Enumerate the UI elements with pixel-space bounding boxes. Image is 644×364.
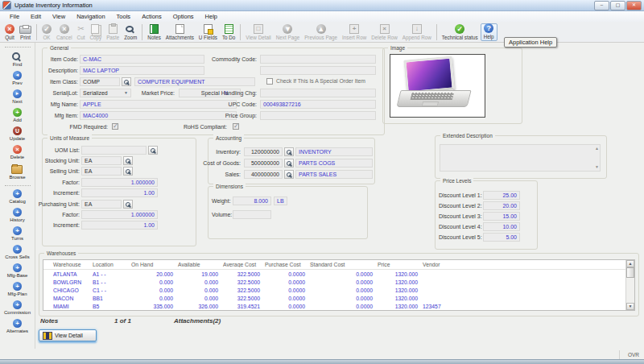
toolbar-button-print[interactable]: Print <box>17 23 34 41</box>
item-class-description-field[interactable]: COMPUTER EQUIPMENT <box>134 77 255 86</box>
scroll-down-icon[interactable]: ▼ <box>626 303 634 310</box>
toolbar-button-to-do[interactable]: To Do <box>220 23 237 41</box>
inventory-account-lookup-button[interactable] <box>284 147 294 156</box>
selling-unit-lookup-button[interactable] <box>123 167 133 176</box>
commodity-code-2-field[interactable] <box>260 66 376 75</box>
rohs-compliant-checkbox[interactable] <box>233 123 239 130</box>
warehouse-row-miami[interactable]: MIAMI B5 335.000 326.000 319.4521 0.0000… <box>43 302 634 310</box>
warehouse-row-macon[interactable]: MACON BB1 0.000 0.000 322.5000 0.0000 0.… <box>43 294 634 302</box>
stocking-unit-field[interactable]: EA <box>81 156 122 165</box>
menu-item-options[interactable]: Options <box>167 13 200 20</box>
toolbar-button-next-page[interactable]: ▼ Next Page <box>274 23 302 41</box>
scroll-down-icon[interactable]: ▼ <box>595 165 599 169</box>
sidebar-item-add[interactable]: + Add <box>13 108 22 122</box>
selling-increment-field[interactable]: 1.00 <box>81 188 158 197</box>
toolbar-button-copy[interactable]: Copy <box>87 23 104 41</box>
notes-indicator[interactable]: Notes <box>40 317 58 325</box>
inventory-account-field[interactable]: 120000000 <box>244 147 283 156</box>
inventory-account-desc-field[interactable]: INVENTORY <box>295 147 373 156</box>
sidebar-item-find[interactable]: Find <box>12 51 23 67</box>
menu-item-navigation[interactable]: Navigation <box>71 13 110 20</box>
view-detail-button[interactable]: View Detail <box>39 329 97 341</box>
warehouse-row-atlanta[interactable]: ATLANTA A1 - - 20.000 19.000 322.5000 0.… <box>43 270 634 278</box>
sales-account-desc-field[interactable]: PARTS SALES <box>295 170 373 179</box>
toolbar-button-paste[interactable]: Paste <box>104 23 122 41</box>
toolbar-button-ok[interactable]: ✓ OK <box>39 23 54 41</box>
sales-account-lookup-button[interactable] <box>284 170 294 179</box>
discount-level-4-field[interactable]: 10.00 <box>483 222 520 231</box>
commodity-code-field[interactable] <box>260 55 376 64</box>
toolbar-button-delete-row[interactable]: × Delete Row <box>369 23 400 41</box>
sidebar-item-next[interactable]: ► Next <box>12 89 22 104</box>
sidebar-item-prev[interactable]: ◄ Prev <box>12 71 22 85</box>
sidebar-item-catalog[interactable]: + Catalog <box>9 189 26 204</box>
discount-level-3-field[interactable]: 15.00 <box>483 212 520 221</box>
toolbar-button-attachments[interactable]: Attachments <box>163 23 196 41</box>
scroll-up-icon[interactable]: ▲ <box>626 260 634 267</box>
stocking-unit-lookup-button[interactable] <box>123 156 133 165</box>
weight-field[interactable]: 8.000 <box>233 196 271 205</box>
column-header[interactable]: Location <box>90 262 129 267</box>
toolbar-button-quit[interactable]: × Quit <box>2 23 17 41</box>
toolbar-button-technical-status[interactable]: ✓ Technical status <box>440 23 481 41</box>
warehouse-row-bowlgrn[interactable]: BOWLGRN B1 - - 0.000 0.000 322.5000 0.00… <box>43 278 634 286</box>
maximize-button[interactable]: ▢ <box>610 1 625 10</box>
sidebar-item-browse[interactable]: Browse <box>9 163 25 180</box>
column-header[interactable]: Price <box>375 262 420 267</box>
scrollbar-thumb[interactable] <box>626 267 634 278</box>
column-header[interactable]: On Hand <box>129 262 175 267</box>
discount-level-5-field[interactable]: 5.00 <box>483 233 520 242</box>
column-header[interactable]: Available <box>175 262 221 267</box>
sidebar-item-history[interactable]: + History <box>10 208 25 222</box>
discount-level-2-field[interactable]: 20.00 <box>483 201 520 210</box>
description-field[interactable]: MAC LAPTOP <box>80 66 204 75</box>
menu-item-view[interactable]: View <box>47 13 71 20</box>
toolbar-button-previous-page[interactable]: ▲ Previous Page <box>302 23 340 41</box>
selling-factor-field[interactable]: 1.000000 <box>81 178 158 187</box>
weight-uom-field[interactable]: LB <box>274 196 287 205</box>
toolbar-button-insert-row[interactable]: + Insert Row <box>340 23 369 41</box>
menu-item-edit[interactable]: Edit <box>25 13 47 20</box>
attachments-indicator[interactable]: Attachments(2) <box>174 317 221 325</box>
close-button[interactable]: ✕ <box>626 1 642 10</box>
sidebar-item-alternates[interactable]: + Alternates <box>6 319 28 333</box>
uom-list-field[interactable] <box>81 146 147 155</box>
volume-field[interactable] <box>233 210 271 219</box>
cogs-account-lookup-button[interactable] <box>284 159 294 168</box>
price-group-field[interactable] <box>260 111 376 120</box>
purchasing-unit-lookup-button[interactable] <box>123 200 133 209</box>
item-class-field[interactable]: COMP <box>80 77 120 86</box>
menu-item-actions[interactable]: Actions <box>136 13 167 20</box>
fmd-required-checkbox[interactable] <box>112 123 118 130</box>
purchasing-increment-field[interactable]: 1.00 <box>81 221 158 230</box>
minimize-button[interactable]: – <box>594 1 609 10</box>
toolbar-button-help[interactable]: ? Help <box>481 23 497 41</box>
purchasing-factor-field[interactable]: 1.000000 <box>81 210 158 219</box>
special-order-checkbox[interactable] <box>266 78 273 85</box>
table-scrollbar[interactable]: ▲ ▼ <box>625 260 634 310</box>
sidebar-item-mfg-base[interactable]: + Mfg-Base <box>7 263 28 278</box>
toolbar-button-notes[interactable]: Notes <box>145 23 163 41</box>
column-header[interactable]: Purchase Cost <box>262 262 308 267</box>
special-handling-field[interactable] <box>260 89 376 97</box>
cogs-account-desc-field[interactable]: PARTS COGS <box>295 159 373 168</box>
purchasing-unit-field[interactable]: EA <box>81 200 122 209</box>
column-header[interactable]: Average Cost <box>221 262 262 267</box>
toolbar-button-view-detail[interactable]: □ View Detail <box>243 23 273 41</box>
column-header[interactable]: Vendor <box>420 262 634 267</box>
warehouse-row-chicago[interactable]: CHICAGO C1 - - 0.000 0.000 322.5000 0.00… <box>43 286 634 294</box>
column-header[interactable]: Standard Cost <box>308 262 375 267</box>
sidebar-item-delete[interactable]: × Delete <box>10 145 24 159</box>
menu-item-file[interactable]: File <box>4 13 25 20</box>
sidebar-item-cross-sells[interactable]: + Cross Sells <box>5 245 29 259</box>
upc-code-field[interactable]: 000493827216 <box>260 100 376 109</box>
scroll-up-icon[interactable]: ▲ <box>595 147 599 151</box>
sidebar-item-update[interactable]: U Update <box>10 126 25 141</box>
column-header[interactable]: Warehouse <box>43 262 90 267</box>
sales-account-field[interactable]: 400000000 <box>244 170 283 179</box>
item-class-lookup-button[interactable] <box>122 77 131 86</box>
extended-description-textarea[interactable]: ▲ ▼ <box>440 144 601 172</box>
cogs-account-field[interactable]: 500000000 <box>244 159 283 168</box>
uom-list-lookup-button[interactable] <box>148 146 158 155</box>
menu-item-help[interactable]: Help <box>200 13 223 20</box>
